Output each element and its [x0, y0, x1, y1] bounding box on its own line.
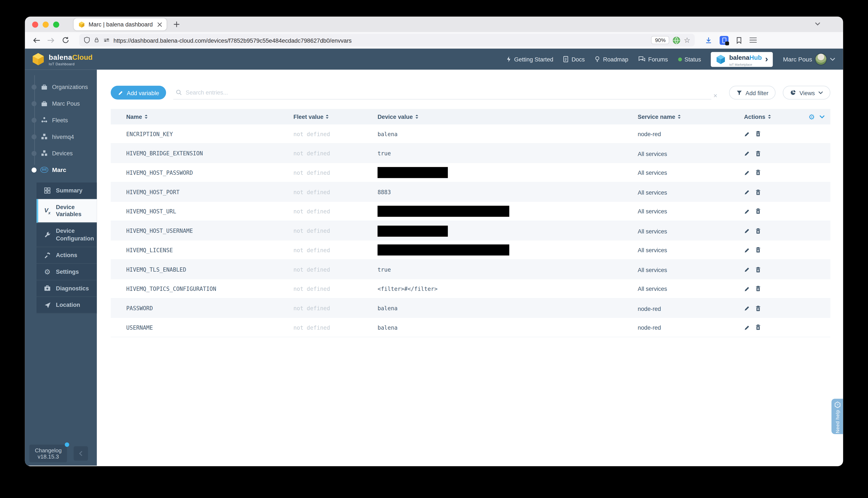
table-settings-gear-icon[interactable]: ⚙ [808, 113, 815, 120]
sidebar-bookmark-icon[interactable] [736, 36, 742, 44]
fleet-icon [40, 117, 48, 123]
table-row[interactable]: ENCRIPTION_KEY not defined balena node-r… [111, 124, 830, 144]
table-row[interactable]: USERNAME not defined balena node-red [111, 318, 830, 337]
edit-pencil-icon[interactable] [744, 305, 750, 312]
chevron-down-icon[interactable] [819, 115, 825, 119]
delete-trash-icon[interactable] [755, 285, 761, 292]
submenu-device-configuration[interactable]: Device Configuration [37, 223, 97, 247]
edit-pencil-icon[interactable] [744, 150, 750, 157]
need-help-tab[interactable]: ? Need help [831, 399, 843, 434]
table-row[interactable]: HIVEMQ_HOST_PASSWORD not defined All ser… [111, 163, 830, 183]
table-body: ENCRIPTION_KEY not defined balena node-r… [111, 124, 830, 337]
zoom-window-button[interactable] [53, 21, 59, 27]
reload-icon[interactable] [59, 34, 71, 46]
browser-tab[interactable]: Marc | balena dashboard [74, 18, 167, 30]
nav-docs[interactable]: Docs [563, 56, 585, 63]
close-window-button[interactable] [32, 21, 38, 27]
delete-trash-icon[interactable] [755, 247, 761, 253]
add-filter-button[interactable]: Add filter [729, 86, 776, 100]
column-name[interactable]: Name [111, 113, 293, 120]
column-fleet-value[interactable]: Fleet value [293, 113, 378, 120]
user-menu[interactable]: Marc Pous [783, 53, 835, 65]
sidebar-item-organizations[interactable]: Organizations [25, 79, 97, 95]
delete-trash-icon[interactable] [755, 169, 761, 176]
lightning-icon [506, 56, 511, 63]
changelog-version: v18.15.3 [35, 454, 62, 460]
nav-status[interactable]: Status [678, 56, 701, 63]
delete-trash-icon[interactable] [755, 305, 761, 312]
nav-forums[interactable]: Forums [638, 56, 668, 63]
extension-globe-icon[interactable] [673, 36, 680, 44]
forward-icon[interactable] [45, 34, 57, 46]
sidebar-item-fleets[interactable]: Fleets [25, 112, 97, 129]
delete-trash-icon[interactable] [755, 324, 761, 331]
tracking-shield-icon[interactable] [84, 37, 90, 44]
balena-hub-badge[interactable]: balenaHub IoT Marketplace › [711, 52, 773, 67]
table-row[interactable]: HIVEMQ_HOST_PORT not defined 8883 All se… [111, 182, 830, 202]
logo-product: Cloud [72, 53, 92, 61]
nav-roadmap[interactable]: Roadmap [595, 56, 628, 63]
delete-trash-icon[interactable] [755, 208, 761, 215]
edit-pencil-icon[interactable] [744, 228, 750, 234]
edit-pencil-icon[interactable] [744, 247, 750, 253]
clear-search-icon[interactable]: × [713, 92, 717, 100]
search-input[interactable] [186, 89, 709, 95]
list-all-tabs-icon[interactable] [814, 21, 821, 27]
menu-hamburger-icon[interactable] [750, 37, 757, 43]
delete-trash-icon[interactable] [755, 131, 761, 137]
privacy-extension-icon[interactable] [719, 36, 728, 44]
table-row[interactable]: HIVEMQ_TLS_ENABLED not defined true All … [111, 260, 830, 279]
bookmark-star-icon[interactable]: ☆ [684, 37, 690, 44]
nav-getting-started[interactable]: Getting Started [506, 56, 553, 63]
sidebar-item-devices[interactable]: Devices [25, 145, 97, 161]
delete-trash-icon[interactable] [755, 189, 761, 195]
table-row[interactable]: HIVEMQ_LICENSE not defined All services [111, 240, 830, 260]
column-device-value[interactable]: Device value [378, 113, 638, 120]
minimize-window-button[interactable] [43, 21, 49, 27]
edit-pencil-icon[interactable] [744, 189, 750, 195]
delete-trash-icon[interactable] [755, 150, 761, 157]
submenu-diagnostics[interactable]: Diagnostics [37, 280, 97, 297]
balena-cloud-logo[interactable]: balenaCloud IoT Dashboard [25, 52, 97, 66]
views-button[interactable]: Views [783, 86, 830, 100]
submenu-settings[interactable]: ⚙ Settings [37, 264, 97, 280]
sidebar-item-hivemq4[interactable]: hivemq4 [25, 128, 97, 145]
edit-pencil-icon[interactable] [744, 131, 750, 137]
add-variable-button[interactable]: Add variable [111, 86, 166, 100]
balena-dashboard: balenaCloud IoT Dashboard Getting Starte… [25, 49, 843, 466]
sidebar-item-marc-pous[interactable]: Marc Pous [25, 95, 97, 112]
table-row[interactable]: PASSWORD not defined balena node-red [111, 299, 830, 318]
lock-icon[interactable] [93, 37, 100, 44]
submenu-location[interactable]: Location [37, 297, 97, 314]
notification-dot [65, 442, 69, 447]
chat-icon [638, 56, 646, 63]
edit-pencil-icon[interactable] [744, 266, 750, 273]
table-row[interactable]: HIVEMQ_BRIDGE_EXTENSION not defined true… [111, 144, 830, 163]
delete-trash-icon[interactable] [755, 228, 761, 234]
table-row[interactable]: HIVEMQ_HOST_URL not defined All services [111, 202, 830, 221]
downloads-icon[interactable] [705, 36, 712, 44]
permissions-icon[interactable] [103, 37, 110, 43]
new-tab-icon[interactable] [173, 21, 180, 27]
zoom-level-badge[interactable]: 90% [651, 36, 669, 44]
submenu-summary[interactable]: Summary [37, 182, 97, 199]
sidebar-item-marc-device[interactable]: int Marc [25, 161, 97, 178]
url-bar[interactable]: https://dashboard.balena-cloud.com/devic… [79, 34, 695, 47]
edit-pencil-icon[interactable] [744, 324, 750, 330]
briefcase-icon [40, 100, 48, 106]
edit-pencil-icon[interactable] [744, 208, 750, 214]
submenu-device-variables[interactable]: Vx Device Variables [37, 199, 97, 223]
edit-pencil-icon[interactable] [744, 169, 750, 175]
submenu-actions[interactable]: Actions [37, 247, 97, 264]
service-name: All services [638, 228, 732, 234]
table-row[interactable]: HIVEMQ_HOST_USERNAME not defined All ser… [111, 221, 830, 241]
column-service-name[interactable]: Service name [638, 113, 732, 120]
tab-close-icon[interactable] [157, 22, 162, 27]
back-icon[interactable] [30, 34, 43, 46]
edit-pencil-icon[interactable] [744, 286, 750, 292]
table-row[interactable]: HIVEMQ_TOPICS_CONFIGURATION not defined … [111, 279, 830, 299]
changelog-button[interactable]: Changelog v18.15.3 [29, 445, 67, 462]
delete-trash-icon[interactable] [755, 266, 761, 273]
collapse-sidebar-button[interactable] [74, 446, 88, 461]
variable-name: HIVEMQ_HOST_PASSWORD [111, 169, 293, 175]
